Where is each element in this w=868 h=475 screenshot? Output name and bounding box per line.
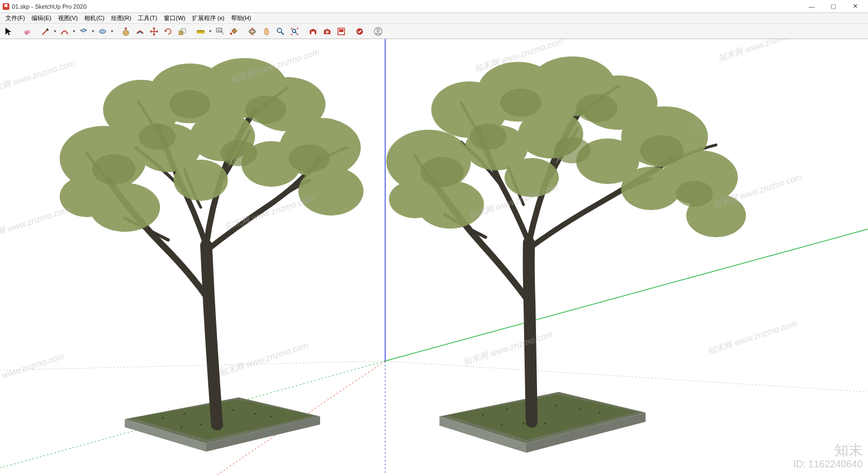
offset-tool[interactable] (133, 25, 146, 38)
menu-camera[interactable]: 相机(C) (81, 13, 107, 23)
minimize-button[interactable]: — (801, 1, 822, 12)
scale-tool[interactable] (176, 25, 189, 38)
viewport[interactable]: 知末网 www.znzmo.com 知末网 www.znzmo.com 知末网 … (0, 39, 868, 475)
svg-point-89 (640, 135, 684, 166)
paint-bucket-tool[interactable] (227, 25, 240, 38)
extension-manager-tool[interactable] (353, 25, 366, 38)
svg-rect-14 (311, 31, 315, 34)
toolbar: ▼ ▼ ▼ ▼ ▼ A1 (0, 24, 868, 39)
menu-edit[interactable]: 编辑(E) (28, 13, 55, 23)
menu-tools[interactable]: 工具(T) (135, 13, 161, 23)
svg-point-52 (92, 154, 136, 185)
arc-tool-dropdown[interactable]: ▼ (72, 25, 76, 38)
svg-point-3 (99, 29, 106, 33)
window-controls: — ▢ ✕ (801, 1, 866, 12)
svg-point-55 (289, 144, 330, 173)
menu-view[interactable]: 视图(V) (55, 13, 81, 23)
layout-tool[interactable] (335, 25, 348, 38)
menu-file[interactable]: 文件(F) (2, 13, 28, 23)
svg-point-11 (251, 28, 254, 35)
pan-tool[interactable] (260, 25, 273, 38)
rectangle-tool[interactable] (77, 25, 90, 38)
tree-left (27, 45, 396, 441)
svg-point-92 (676, 181, 713, 207)
svg-point-51 (174, 160, 228, 201)
close-button[interactable]: ✕ (844, 1, 866, 12)
tape-measure-dropdown[interactable]: ▼ (208, 25, 212, 38)
svg-point-21 (377, 29, 379, 31)
menubar: 文件(F) 编辑(E) 视图(V) 相机(C) 绘图(R) 工具(T) 窗口(W… (0, 13, 868, 24)
svg-point-57 (220, 140, 257, 166)
app-icon (2, 3, 10, 10)
eraser-tool[interactable] (21, 25, 34, 38)
svg-point-54 (245, 96, 286, 124)
svg-point-9 (230, 33, 232, 35)
line-tool[interactable] (39, 25, 52, 38)
window-title: 01.skp - SketchUp Pro 2020 (12, 3, 801, 10)
menu-window[interactable]: 窗口(W) (161, 13, 189, 23)
svg-point-91 (554, 137, 591, 163)
svg-rect-18 (339, 29, 343, 32)
user-sign-in[interactable] (372, 25, 385, 38)
circle-tool-dropdown[interactable]: ▼ (110, 25, 114, 38)
svg-point-16 (327, 31, 328, 33)
move-tool[interactable] (148, 25, 161, 38)
svg-point-10 (249, 30, 256, 33)
zoom-tool[interactable] (274, 25, 287, 38)
svg-point-86 (420, 157, 464, 187)
svg-point-90 (470, 124, 507, 150)
svg-point-45 (298, 167, 363, 216)
pushpull-tool[interactable] (119, 25, 132, 38)
svg-point-56 (139, 124, 176, 150)
extension-warehouse-tool[interactable] (321, 25, 334, 38)
svg-point-88 (576, 94, 617, 122)
menu-help[interactable]: 帮助(H) (228, 13, 254, 23)
menu-draw[interactable]: 绘图(R) (108, 13, 135, 23)
orbit-tool[interactable] (246, 25, 259, 38)
tape-measure-tool[interactable] (194, 25, 207, 38)
svg-text:A1: A1 (218, 29, 222, 32)
menu-extensions[interactable]: 扩展程序 (x) (189, 13, 228, 23)
svg-point-83 (621, 167, 681, 210)
3d-warehouse-tool[interactable] (307, 25, 320, 38)
svg-point-53 (169, 90, 210, 118)
line-tool-dropdown[interactable]: ▼ (53, 25, 57, 38)
select-tool[interactable] (2, 25, 15, 38)
rotate-tool[interactable] (162, 25, 175, 38)
circle-tool[interactable] (96, 25, 109, 38)
maximize-button[interactable]: ▢ (822, 1, 844, 12)
svg-point-87 (500, 88, 541, 117)
svg-point-12 (277, 28, 282, 33)
rectangle-tool-dropdown[interactable]: ▼ (91, 25, 95, 38)
arc-tool[interactable] (58, 25, 71, 38)
titlebar: 01.skp - SketchUp Pro 2020 — ▢ ✕ (0, 0, 868, 13)
svg-point-85 (505, 158, 559, 197)
zoom-extents-tool[interactable] (288, 25, 301, 38)
text-tool[interactable]: A1 (213, 25, 226, 38)
tree-right (369, 42, 765, 438)
